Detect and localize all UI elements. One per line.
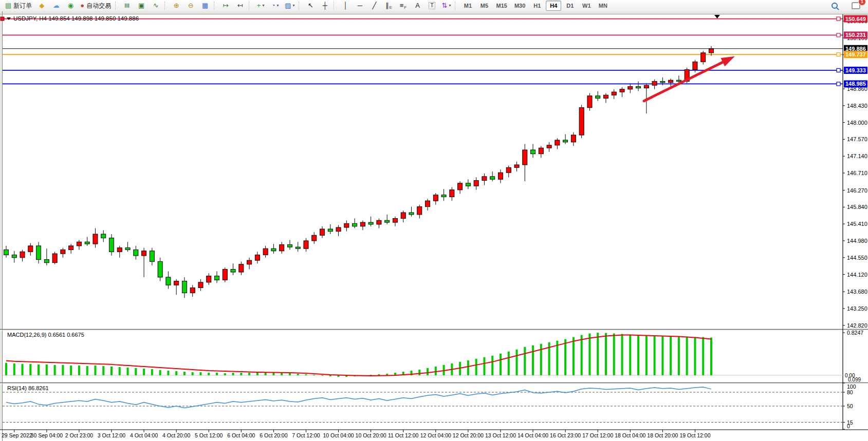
autotrading-button[interactable]: ●自动交易 — [78, 1, 113, 11]
indicators-icon: + — [257, 2, 261, 9]
horizontal-line-icon: ─ — [358, 2, 362, 9]
timeframe-d1-button[interactable]: D1 — [562, 1, 578, 11]
signals-icon-icon: ◉ — [68, 2, 73, 9]
timeframe-m15-button[interactable]: M15 — [493, 1, 510, 11]
icon-suffix: E — [390, 5, 392, 10]
profile-cloud-icon[interactable]: ☁ — [49, 1, 63, 11]
candle-body — [579, 108, 584, 135]
timeframe-m5-button[interactable]: M5 — [476, 1, 492, 11]
hline-handle[interactable] — [837, 68, 840, 72]
bar-chart-button[interactable]: ≣ — [120, 1, 134, 11]
price-tick-label: 144.980 — [847, 238, 867, 244]
new-order-button-label: 新订单 — [13, 1, 32, 10]
time-axis-label: 17 Oct 12:00 — [582, 432, 613, 438]
chart-shift-icon: ↤ — [237, 2, 243, 9]
candle-body — [77, 242, 81, 246]
zoom-in-button[interactable]: ⊕ — [170, 1, 183, 11]
timeframe-m1-button[interactable]: M1 — [460, 1, 475, 11]
price-tick-label: 145.410 — [847, 221, 867, 227]
price-tick-label: 148.430 — [847, 103, 867, 109]
candle-body — [182, 281, 187, 293]
time-axis-label: 12 Oct 20:00 — [453, 432, 484, 438]
chart-shift-button[interactable]: ↤ — [233, 1, 247, 11]
icon-suffix: F — [404, 5, 407, 10]
chart-window[interactable]: 150.590150.160149.730149.300148.860148.4… — [0, 11, 868, 441]
horizontal-line-button[interactable]: ─ — [353, 1, 366, 11]
trendline-button[interactable]: ╱ — [367, 1, 381, 11]
time-axis-label: 10 Oct 20:00 — [356, 432, 386, 438]
time-axis-label: 6 Oct 20:00 — [260, 432, 287, 438]
candle-body — [320, 229, 325, 235]
price-tick-label: 146.710 — [847, 170, 867, 176]
chart-canvas[interactable]: 150.590150.160149.730149.300148.860148.4… — [0, 11, 868, 441]
candlestick-chart-button[interactable]: ▣ — [135, 1, 148, 11]
candle-body — [628, 86, 633, 89]
auto-scroll-icon: ↦ — [223, 2, 229, 9]
price-tick-label: 145.840 — [847, 204, 867, 210]
indicators-button[interactable]: +▾ — [254, 1, 267, 11]
candle-body — [636, 86, 641, 88]
hline-handle[interactable] — [837, 82, 840, 86]
zoom-in-icon: ⊕ — [174, 2, 179, 9]
auto-scroll-button[interactable]: ↦ — [219, 1, 232, 11]
autotrading-icon: ● — [80, 2, 84, 9]
fibonacci-button[interactable]: ≡F — [396, 1, 410, 11]
crosshair-button[interactable]: ┼ — [318, 1, 331, 11]
toolbar-separator — [299, 2, 301, 10]
candle-body — [701, 53, 706, 62]
chevron-down-icon: ▾ — [277, 1, 279, 10]
candle-body — [506, 167, 511, 172]
candle-body — [531, 150, 535, 154]
equidistant-channel-icon: ∥ — [385, 2, 389, 9]
timeframe-h4-button[interactable]: H4 — [546, 1, 561, 11]
time-axis-label: 14 Oct 04:00 — [518, 432, 548, 438]
signals-icon[interactable]: ◉ — [64, 1, 77, 11]
time-axis-label: 6 Oct 04:00 — [227, 432, 255, 438]
arrows-button[interactable]: ⇅▾ — [439, 1, 453, 11]
price-tick-label: 143.250 — [847, 305, 867, 312]
timeframe-w1-button[interactable]: W1 — [579, 1, 594, 11]
trendline-icon: ╱ — [373, 2, 377, 9]
periods-button[interactable]: ◔▾ — [268, 1, 282, 11]
hline-anchor[interactable] — [1, 17, 4, 21]
line-chart-button[interactable]: ∿ — [149, 1, 162, 11]
time-axis-label: 18 Oct 20:00 — [647, 432, 678, 438]
text-button[interactable]: A — [411, 1, 424, 11]
hline-handle[interactable] — [837, 33, 840, 37]
search-icon — [832, 3, 838, 9]
candle-body — [401, 213, 405, 218]
new-order-button[interactable]: ▤新订单 — [3, 1, 34, 11]
cursor-icon: ↖ — [308, 2, 313, 9]
notifications-button[interactable]: 1 — [849, 1, 862, 11]
bar-chart-icon: ≣ — [123, 3, 131, 9]
timeframe-mn-button[interactable]: MN — [595, 1, 611, 11]
vertical-line-button[interactable]: │ — [339, 1, 352, 11]
rsi-scale-label: 80 — [847, 389, 853, 395]
tile-windows-button[interactable]: ▦ — [198, 1, 212, 11]
text-label-button[interactable]: T — [425, 1, 438, 11]
search-button[interactable] — [828, 1, 841, 11]
candle-body — [612, 92, 616, 95]
rsi-panel[interactable] — [3, 384, 843, 430]
chart-window-icon[interactable]: ◆ — [35, 1, 48, 11]
candle-body — [596, 96, 600, 99]
equidistant-channel-button[interactable]: ∥E — [382, 1, 395, 11]
candle-body — [709, 49, 713, 53]
cursor-button[interactable]: ↖ — [304, 1, 317, 11]
price-badge-label: 149.737 — [845, 51, 866, 57]
time-axis-label: 12 Oct 04:00 — [420, 432, 451, 438]
main-chart-panel[interactable] — [3, 14, 843, 329]
templates-button[interactable]: ▨▾ — [283, 1, 297, 11]
hline-handle[interactable] — [837, 53, 840, 56]
price-badge-label: 150.231 — [845, 32, 866, 38]
candle-body — [215, 276, 219, 280]
candle-body — [247, 260, 252, 264]
candle-body — [693, 62, 697, 69]
zoom-out-button[interactable]: ⊖ — [184, 1, 197, 11]
timeframe-h1-button[interactable]: H1 — [529, 1, 545, 11]
candle-body — [61, 250, 65, 254]
hline-handle[interactable] — [837, 17, 840, 21]
chevron-down-icon: ▾ — [449, 1, 451, 10]
timeframe-m30-button[interactable]: M30 — [511, 1, 528, 11]
candle-body — [474, 180, 478, 186]
